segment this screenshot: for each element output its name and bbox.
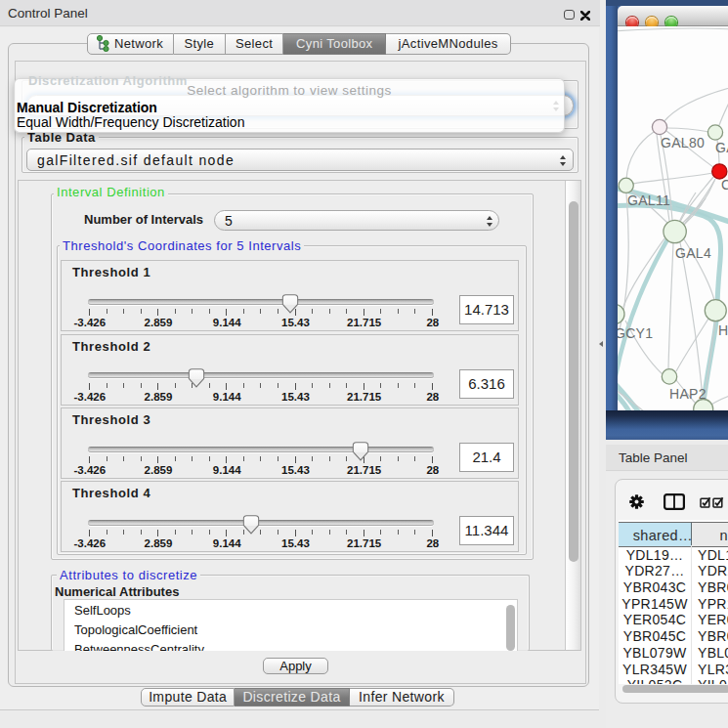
svg-text:HAP2: HAP2: [669, 386, 707, 402]
svg-text:GAL4: GAL4: [675, 245, 711, 261]
svg-text:GA: GA: [715, 140, 728, 155]
svg-text:GAL80: GAL80: [661, 135, 705, 150]
svg-text:H: H: [718, 322, 728, 338]
svg-text:GCY1: GCY1: [618, 325, 653, 341]
svg-text:GAL11: GAL11: [627, 193, 670, 208]
svg-text:C: C: [721, 177, 728, 193]
